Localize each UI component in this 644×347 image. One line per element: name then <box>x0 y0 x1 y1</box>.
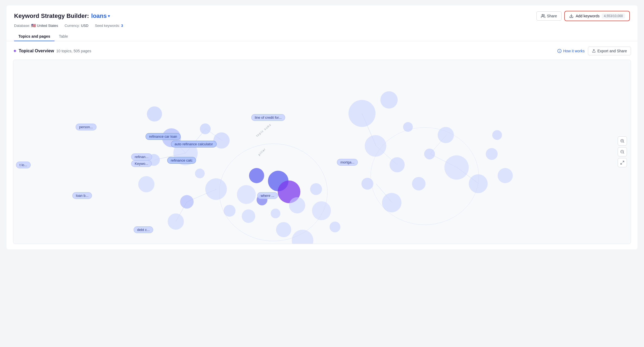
currency-value: USD <box>81 24 88 28</box>
svg-point-27 <box>195 169 205 178</box>
svg-point-54 <box>438 127 454 143</box>
meta-row: Database: 🇺🇸 United States Currency: USD… <box>14 23 630 28</box>
overview-title-text: Topical Overview <box>19 49 54 53</box>
topic-label-loan-b[interactable]: loan b... <box>72 192 92 199</box>
topical-overview-header: ✦ Topical Overview 10 topics, 505 pages … <box>13 47 631 55</box>
svg-point-23 <box>138 176 154 192</box>
page-header: Keyword Strategy Builder: loans ▾ Share <box>7 5 637 41</box>
zoom-out-icon <box>620 150 624 154</box>
svg-point-28 <box>205 178 227 200</box>
bubble-chart-svg: topic subs pillar <box>13 60 631 244</box>
info-circle-icon <box>557 49 562 53</box>
svg-point-40 <box>310 183 322 195</box>
main-content: ✦ Topical Overview 10 topics, 505 pages … <box>7 41 637 249</box>
svg-point-41 <box>312 201 331 220</box>
topic-label-t-lo[interactable]: t lo... <box>16 162 31 168</box>
svg-line-67 <box>623 153 624 153</box>
header-top: Keyword Strategy Builder: loans ▾ Share <box>14 11 630 21</box>
svg-point-57 <box>486 148 498 160</box>
topic-label-auto-refinance-calculator[interactable]: auto refinance calculator <box>171 141 217 147</box>
overview-subtitle: 10 topics, 505 pages <box>56 49 91 53</box>
zoom-in-button[interactable] <box>618 136 627 146</box>
svg-line-70 <box>621 163 622 164</box>
svg-point-46 <box>380 91 398 109</box>
svg-point-37 <box>242 209 255 223</box>
topic-label-person[interactable]: person... <box>76 124 96 130</box>
svg-point-49 <box>389 157 405 172</box>
svg-point-30 <box>168 213 184 230</box>
add-keywords-label: Add keywords <box>576 14 600 18</box>
currency-label: Currency: <box>65 24 80 28</box>
svg-point-44 <box>330 221 340 232</box>
svg-point-59 <box>498 168 513 183</box>
share-label: Share <box>547 14 557 18</box>
svg-text:pillar: pillar <box>257 147 266 156</box>
svg-point-52 <box>412 177 426 191</box>
svg-point-47 <box>403 122 413 132</box>
title-area: Keyword Strategy Builder: loans ▾ <box>14 12 110 20</box>
overview-title: ✦ Topical Overview 10 topics, 505 pages <box>13 49 91 54</box>
share-icon <box>541 14 545 18</box>
topic-label-mortga[interactable]: mortga... <box>337 159 358 166</box>
us-flag-icon: 🇺🇸 <box>31 23 36 28</box>
topic-label-refinance-calc[interactable]: refinance calc <box>167 157 196 164</box>
svg-point-39 <box>289 197 305 214</box>
topic-label-line-of-credit[interactable]: line of credit for... <box>251 114 285 121</box>
currency-meta: Currency: USD <box>65 24 88 28</box>
tabs-row: Topics and pages Table <box>14 32 630 41</box>
tab-topics-pages[interactable]: Topics and pages <box>14 32 54 41</box>
keywords-count-badge: 4,553/10,000 <box>602 14 625 18</box>
download-icon <box>569 14 574 18</box>
chevron-down-icon: ▾ <box>108 14 110 18</box>
svg-point-45 <box>349 100 376 127</box>
keyword-title-dropdown[interactable]: loans ▾ <box>91 12 110 20</box>
header-actions: Share Add keywords 4,553/10,000 <box>536 11 630 21</box>
zoom-out-button[interactable] <box>618 147 627 156</box>
svg-point-31 <box>224 205 236 217</box>
svg-point-38 <box>271 208 281 218</box>
expand-icon <box>620 160 624 165</box>
seed-label: Seed keywords: <box>95 24 120 28</box>
zoom-in-icon <box>620 139 624 143</box>
export-share-button[interactable]: Export and Share <box>588 47 631 55</box>
svg-point-55 <box>445 155 469 180</box>
svg-point-50 <box>362 178 373 190</box>
svg-point-25 <box>200 123 211 134</box>
topic-label-keywo[interactable]: Keywo... <box>131 160 152 167</box>
svg-point-32 <box>237 185 256 204</box>
tab-table[interactable]: Table <box>54 32 72 41</box>
how-it-works-button[interactable]: How it works <box>557 49 585 53</box>
export-icon <box>592 49 596 53</box>
svg-line-69 <box>623 161 624 162</box>
keyword-name: loans <box>91 12 107 20</box>
topic-label-debt-c[interactable]: debt c... <box>134 226 153 233</box>
viz-controls <box>618 136 627 167</box>
topic-label-refinan[interactable]: refinan... <box>131 153 152 160</box>
sparkle-icon: ✦ <box>13 49 17 54</box>
how-it-works-label: How it works <box>563 49 585 53</box>
svg-point-48 <box>365 135 387 157</box>
svg-text:topic subs: topic subs <box>255 123 272 137</box>
svg-point-29 <box>180 195 194 209</box>
svg-line-63 <box>623 142 624 143</box>
share-button[interactable]: Share <box>536 11 562 21</box>
database-value: United States <box>37 24 58 28</box>
seed-count: 3 <box>121 24 123 28</box>
database-label: Database: <box>14 24 30 28</box>
svg-point-0 <box>542 14 543 16</box>
overview-actions: How it works Export and Share <box>557 47 631 55</box>
svg-point-58 <box>492 130 502 140</box>
svg-point-51 <box>382 193 401 213</box>
svg-point-53 <box>424 149 435 159</box>
topic-label-refinance-car-loan[interactable]: refinance car loan <box>146 133 181 140</box>
topic-label-where[interactable]: where ... <box>257 192 278 199</box>
page-title-static: Keyword Strategy Builder: <box>14 12 89 20</box>
svg-point-42 <box>276 222 291 237</box>
export-share-label: Export and Share <box>597 49 627 53</box>
seed-keywords-meta: Seed keywords: 3 <box>95 24 123 28</box>
svg-point-43 <box>292 230 313 244</box>
add-keywords-button[interactable]: Add keywords 4,553/10,000 <box>564 11 630 21</box>
visualization-container[interactable]: topic subs pillar person... t lo... refi… <box>13 60 631 244</box>
database-meta: Database: 🇺🇸 United States <box>14 23 58 28</box>
expand-button[interactable] <box>618 158 627 167</box>
